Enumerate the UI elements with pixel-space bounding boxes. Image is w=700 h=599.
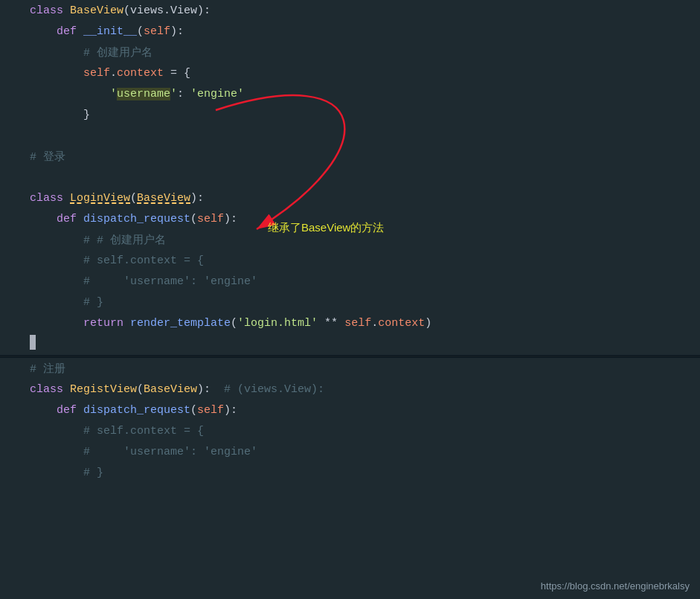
code-content: class BaseView(views.View): (30, 4, 700, 17)
code-content: # 'username': 'engine' (30, 275, 700, 288)
code-content: self.context = { (30, 67, 700, 80)
code-line-7 (0, 125, 700, 146)
code-line-8: # 登录 (0, 146, 700, 167)
code-line-17 (0, 333, 700, 355)
code-content: class RegistView(BaseView): # (views.Vie… (30, 383, 700, 396)
code-line-4: self.context = { (0, 63, 700, 83)
code-line-23: # } (0, 462, 700, 483)
code-line-2: def __init__(self): (0, 21, 700, 42)
code-content: # # 创建用户名 (30, 233, 700, 247)
code-content: # 登录 (30, 150, 700, 164)
code-content: # } (30, 296, 700, 309)
code-line-5: 'username': 'engine' (0, 83, 700, 104)
code-content: class LoginView(BaseView): (30, 192, 700, 205)
code-content: def dispatch_request(self): (30, 213, 700, 225)
code-line-18: # 注册 (0, 358, 700, 379)
code-line-22: # 'username': 'engine' (0, 441, 700, 462)
code-line-13: # self.context = { (0, 250, 700, 271)
code-content: # 创建用户名 (30, 45, 700, 60)
code-content: 'username': 'engine' (30, 88, 700, 100)
code-content: # 'username': 'engine' (30, 446, 700, 458)
code-line-19: class RegistView(BaseView): # (views.Vie… (0, 379, 700, 400)
code-line-16: return render_template('login.html' ** s… (0, 313, 700, 333)
code-content: return render_template('login.html' ** s… (30, 317, 700, 330)
code-content: def dispatch_request(self): (30, 404, 700, 417)
code-line-9 (0, 167, 700, 188)
code-content: # } (30, 467, 700, 479)
code-content: # 注册 (30, 362, 700, 376)
code-content: def __init__(self): (30, 25, 700, 38)
code-line-10: class LoginView(BaseView): (0, 188, 700, 208)
code-line-1: class BaseView(views.View): (0, 0, 700, 21)
code-line-11: def dispatch_request(self): (0, 208, 700, 229)
code-line-3: # 创建用户名 (0, 42, 700, 63)
code-line-20: def dispatch_request(self): (0, 400, 700, 420)
code-line-14: # 'username': 'engine' (0, 271, 700, 292)
code-line-12: # # 创建用户名 (0, 229, 700, 250)
code-content: # self.context = { (30, 425, 700, 438)
code-line-15: # } (0, 292, 700, 313)
code-content: } (30, 109, 700, 121)
code-content: # self.context = { (30, 254, 700, 267)
code-line-6: } (0, 104, 700, 125)
code-line-21: # self.context = { (0, 420, 700, 441)
code-editor: class BaseView(views.View): def __init__… (0, 0, 700, 599)
code-content (30, 335, 700, 353)
watermark: https://blog.csdn.net/enginebrkalsy (541, 580, 690, 592)
